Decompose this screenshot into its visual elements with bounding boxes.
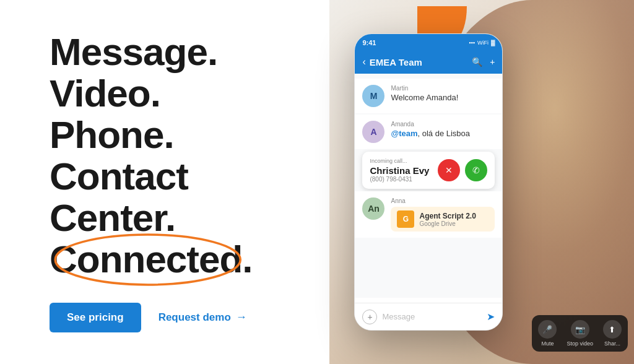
file-info: Agent Script 2.0 Google Drive: [419, 212, 489, 227]
chat-sender-anna: Anna: [391, 197, 495, 204]
back-arrow-icon[interactable]: ‹: [362, 56, 365, 67]
phone-input-bar: + Message ➤: [355, 303, 502, 330]
video-call-toolbar: 🎤 Mute 📷 Stop video ⬆ Shar...: [532, 315, 628, 352]
see-pricing-button[interactable]: See pricing: [50, 303, 141, 332]
headline: Message. Video. Phone. Contact Center. C…: [50, 32, 292, 280]
add-icon[interactable]: +: [490, 57, 495, 67]
chat-item-anna: An Anna G Agent Script 2.0 Google Drive: [355, 191, 502, 238]
search-icon[interactable]: 🔍: [472, 57, 482, 67]
chat-content-amanda: Amanda @team, olá de Lisboa: [391, 121, 495, 139]
file-attachment[interactable]: G Agent Script 2.0 Google Drive: [391, 207, 495, 232]
phone-status-bar: 9:41 ▪▪▪ WiFi ▓: [355, 34, 502, 51]
avatar-anna: An: [362, 197, 384, 220]
phone-status-icons: ▪▪▪ WiFi ▓: [469, 40, 495, 46]
call-info: Incoming call... Christina Evy (800) 798…: [370, 158, 438, 183]
incoming-call-card: Incoming call... Christina Evy (800) 798…: [362, 152, 495, 189]
headline-line1: Message.: [50, 30, 217, 73]
phone-chat-header: ‹ EMEA Team 🔍 +: [355, 51, 502, 74]
message-input[interactable]: Message: [382, 312, 482, 321]
request-demo-arrow: →: [236, 311, 247, 324]
page-wrapper: Message. Video. Phone. Contact Center. C…: [0, 0, 634, 364]
call-number: (800) 798-0431: [370, 176, 438, 183]
accept-call-button[interactable]: ✆: [465, 159, 487, 181]
avatar-amanda: A: [362, 121, 384, 143]
mute-label: Mute: [541, 340, 554, 347]
headline-line2: Video. Phone.: [50, 72, 174, 156]
wifi-icon: WiFi: [477, 40, 489, 46]
call-name: Christina Evy: [370, 165, 438, 176]
chat-item-amanda: A Amanda @team, olá de Lisboa: [355, 115, 502, 149]
phone-time: 9:41: [362, 39, 376, 46]
left-content: Message. Video. Phone. Contact Center. C…: [0, 7, 329, 357]
mute-icon: 🎤: [538, 320, 557, 339]
share-button[interactable]: ⬆ Shar...: [603, 320, 622, 347]
request-demo-label: Request demo: [158, 311, 231, 324]
file-type-icon: G: [397, 210, 414, 228]
file-name: Agent Script 2.0: [419, 212, 489, 220]
chat-sender-amanda: Amanda: [391, 121, 495, 128]
battery-icon: ▓: [491, 40, 495, 46]
chat-room-title: EMEA Team: [370, 57, 422, 67]
headline-line3: Contact Center.: [50, 155, 188, 239]
mute-button[interactable]: 🎤 Mute: [538, 320, 557, 347]
share-label: Shar...: [604, 340, 620, 347]
request-demo-button[interactable]: Request demo →: [158, 311, 247, 324]
chat-content-martin: Martin Welcome Amanda!: [391, 85, 495, 103]
avatar-martin: M: [362, 85, 384, 107]
chat-message-martin: Welcome Amanda!: [391, 93, 495, 103]
file-source: Google Drive: [419, 220, 489, 227]
stop-video-button[interactable]: 📷 Stop video: [567, 320, 593, 347]
phone-chat-body: M Martin Welcome Amanda! A Amanda @team,…: [355, 74, 502, 298]
decline-call-button[interactable]: ✕: [438, 159, 460, 181]
phone-header-left: ‹ EMEA Team: [362, 56, 422, 67]
chat-item-martin: M Martin Welcome Amanda!: [355, 79, 502, 113]
stop-video-label: Stop video: [567, 340, 593, 347]
stop-video-icon: 📷: [571, 320, 589, 339]
cta-area: See pricing Request demo →: [50, 303, 292, 332]
call-action-buttons: ✕ ✆: [438, 159, 487, 181]
call-label: Incoming call...: [370, 158, 438, 164]
phone-header-action-icons: 🔍 +: [472, 57, 495, 67]
headline-connected-wrapper: Connected.: [50, 239, 253, 280]
right-content: 9:41 ▪▪▪ WiFi ▓ ‹ EMEA Team 🔍 +: [329, 0, 634, 364]
attachment-button[interactable]: +: [362, 310, 377, 324]
send-button[interactable]: ➤: [487, 311, 495, 323]
share-icon: ⬆: [603, 320, 622, 339]
headline-line4: Connected.: [50, 238, 253, 280]
mention-team: @team: [391, 129, 417, 138]
chat-message-amanda: @team, olá de Lisboa: [391, 129, 495, 139]
phone-mockup: 9:41 ▪▪▪ WiFi ▓ ‹ EMEA Team 🔍 +: [354, 33, 503, 331]
signal-icon: ▪▪▪: [469, 40, 475, 46]
chat-sender-martin: Martin: [391, 85, 495, 92]
chat-content-anna: Anna G Agent Script 2.0 Google Drive: [391, 197, 495, 232]
